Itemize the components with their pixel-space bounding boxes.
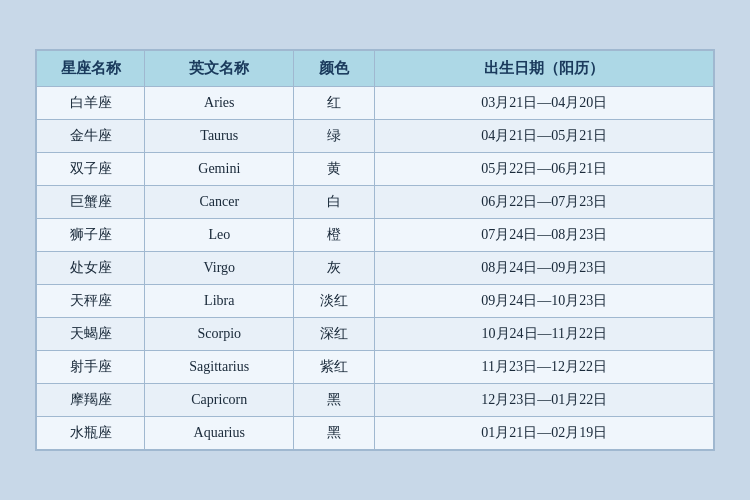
header-zh: 星座名称: [37, 51, 145, 87]
cell-color: 深红: [294, 318, 375, 351]
cell-zh: 水瓶座: [37, 417, 145, 450]
cell-en: Libra: [145, 285, 294, 318]
cell-color: 淡红: [294, 285, 375, 318]
cell-color: 黑: [294, 384, 375, 417]
cell-color: 黑: [294, 417, 375, 450]
cell-en: Taurus: [145, 120, 294, 153]
cell-date: 10月24日—11月22日: [375, 318, 714, 351]
cell-zh: 摩羯座: [37, 384, 145, 417]
zodiac-table: 星座名称 英文名称 颜色 出生日期（阳历） 白羊座Aries红03月21日—04…: [36, 50, 714, 450]
cell-date: 04月21日—05月21日: [375, 120, 714, 153]
cell-date: 01月21日—02月19日: [375, 417, 714, 450]
table-row: 白羊座Aries红03月21日—04月20日: [37, 87, 714, 120]
table-row: 双子座Gemini黄05月22日—06月21日: [37, 153, 714, 186]
cell-color: 灰: [294, 252, 375, 285]
table-row: 天蝎座Scorpio深红10月24日—11月22日: [37, 318, 714, 351]
cell-date: 06月22日—07月23日: [375, 186, 714, 219]
cell-date: 09月24日—10月23日: [375, 285, 714, 318]
cell-date: 12月23日—01月22日: [375, 384, 714, 417]
header-en: 英文名称: [145, 51, 294, 87]
table-row: 处女座Virgo灰08月24日—09月23日: [37, 252, 714, 285]
cell-zh: 双子座: [37, 153, 145, 186]
header-date: 出生日期（阳历）: [375, 51, 714, 87]
cell-color: 绿: [294, 120, 375, 153]
cell-zh: 巨蟹座: [37, 186, 145, 219]
cell-color: 白: [294, 186, 375, 219]
cell-date: 05月22日—06月21日: [375, 153, 714, 186]
table-row: 狮子座Leo橙07月24日—08月23日: [37, 219, 714, 252]
cell-zh: 射手座: [37, 351, 145, 384]
header-color: 颜色: [294, 51, 375, 87]
zodiac-table-container: 星座名称 英文名称 颜色 出生日期（阳历） 白羊座Aries红03月21日—04…: [35, 49, 715, 451]
table-row: 巨蟹座Cancer白06月22日—07月23日: [37, 186, 714, 219]
cell-en: Gemini: [145, 153, 294, 186]
cell-date: 11月23日—12月22日: [375, 351, 714, 384]
table-row: 射手座Sagittarius紫红11月23日—12月22日: [37, 351, 714, 384]
cell-en: Virgo: [145, 252, 294, 285]
cell-en: Scorpio: [145, 318, 294, 351]
table-row: 摩羯座Capricorn黑12月23日—01月22日: [37, 384, 714, 417]
cell-color: 黄: [294, 153, 375, 186]
cell-zh: 天蝎座: [37, 318, 145, 351]
cell-zh: 处女座: [37, 252, 145, 285]
cell-date: 08月24日—09月23日: [375, 252, 714, 285]
cell-date: 03月21日—04月20日: [375, 87, 714, 120]
table-body: 白羊座Aries红03月21日—04月20日金牛座Taurus绿04月21日—0…: [37, 87, 714, 450]
cell-en: Aries: [145, 87, 294, 120]
cell-en: Sagittarius: [145, 351, 294, 384]
cell-en: Aquarius: [145, 417, 294, 450]
cell-color: 橙: [294, 219, 375, 252]
table-row: 水瓶座Aquarius黑01月21日—02月19日: [37, 417, 714, 450]
cell-color: 紫红: [294, 351, 375, 384]
table-header-row: 星座名称 英文名称 颜色 出生日期（阳历）: [37, 51, 714, 87]
cell-zh: 金牛座: [37, 120, 145, 153]
cell-en: Capricorn: [145, 384, 294, 417]
cell-color: 红: [294, 87, 375, 120]
cell-en: Cancer: [145, 186, 294, 219]
cell-zh: 狮子座: [37, 219, 145, 252]
cell-zh: 白羊座: [37, 87, 145, 120]
table-row: 天秤座Libra淡红09月24日—10月23日: [37, 285, 714, 318]
cell-en: Leo: [145, 219, 294, 252]
cell-date: 07月24日—08月23日: [375, 219, 714, 252]
table-row: 金牛座Taurus绿04月21日—05月21日: [37, 120, 714, 153]
cell-zh: 天秤座: [37, 285, 145, 318]
